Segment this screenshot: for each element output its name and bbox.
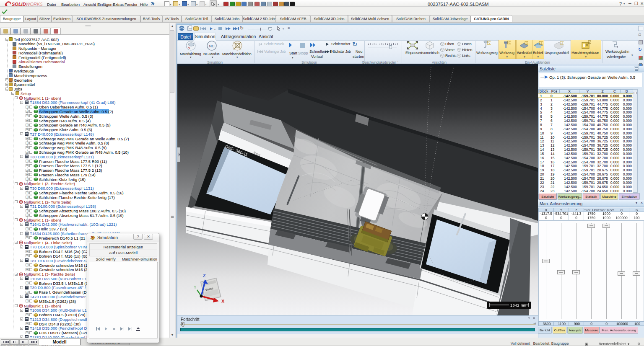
svg-text:X: X: [221, 299, 225, 304]
svg-text:Z: Z: [203, 273, 206, 278]
svg-text:Y: Y: [194, 285, 197, 290]
svg-text:NC: NC: [209, 44, 215, 48]
svg-text:1042 mm: 1042 mm: [510, 304, 526, 308]
svg-text:SOLID: SOLID: [12, 2, 26, 7]
svg-text:WORKS: WORKS: [26, 2, 42, 7]
